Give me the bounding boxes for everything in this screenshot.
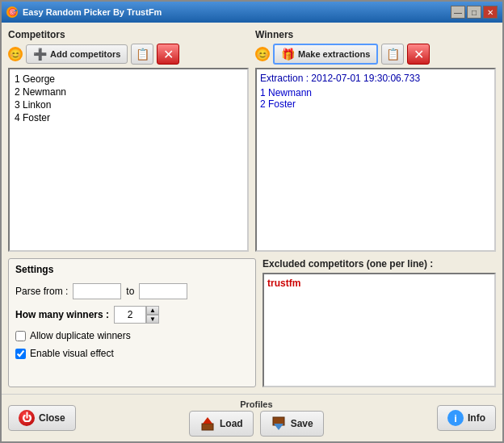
visual-effect-row: Enable visual effect — [15, 348, 249, 359]
excluded-box[interactable]: trustfm — [262, 273, 496, 387]
import-icon: 📋 — [136, 48, 149, 61]
winners-list[interactable]: Extraction : 2012-07-01 19:30:06.733 1 N… — [255, 68, 496, 252]
parse-to-input[interactable] — [139, 283, 187, 299]
app-icon: 🎯 — [6, 6, 18, 18]
load-icon — [200, 416, 216, 432]
spinner-buttons: ▲ ▼ — [146, 306, 159, 324]
title-bar-left: 🎯 Easy Random Picker By TrustFm — [6, 6, 162, 18]
extraction-header: Extraction : 2012-07-01 19:30:06.733 — [260, 73, 491, 84]
close-button[interactable]: ⏻ Close — [8, 405, 76, 431]
excluded-content: trustfm — [267, 278, 300, 289]
excluded-label: Excluded competitors (one per line) : — [262, 258, 496, 270]
competitors-smiley-icon: 😊 — [8, 47, 23, 61]
how-many-label: How many winners : — [15, 309, 109, 320]
winners-spinner: ▲ ▼ — [114, 306, 159, 324]
winners-label: Winners — [255, 29, 496, 40]
excluded-panel: Excluded competitors (one per line) : tr… — [262, 258, 496, 387]
info-icon: i — [447, 410, 464, 426]
list-item: 4 Foster — [13, 111, 244, 124]
add-competitors-button[interactable]: ➕ Add competitors — [26, 44, 128, 64]
window-title: Easy Random Picker By TrustFm — [23, 7, 162, 17]
list-item: 1 George — [13, 73, 244, 86]
parse-to-label: to — [126, 286, 134, 297]
clear-icon: ✕ — [163, 47, 174, 62]
parse-row: Parse from : to — [15, 283, 249, 299]
title-bar: 🎯 Easy Random Picker By TrustFm — □ ✕ — [2, 2, 502, 23]
winners-toolbar: 😊 🎁 Make extractions 📋 ✕ — [255, 44, 496, 65]
parse-from-input[interactable] — [73, 283, 121, 299]
competitors-panel: Competitors 😊 ➕ Add competitors 📋 ✕ 1 — [8, 29, 249, 252]
save-button[interactable]: Save — [260, 411, 324, 437]
info-button[interactable]: i Info — [437, 405, 496, 431]
settings-panel: Settings Parse from : to How many winner… — [8, 258, 256, 387]
list-item: 3 Linkon — [13, 98, 244, 111]
list-item: 2 Newmann — [13, 86, 244, 98]
allow-duplicates-row: Allow duplicate winners — [15, 330, 249, 341]
save-icon — [271, 416, 287, 432]
export-icon: 📋 — [386, 48, 400, 61]
competitors-list[interactable]: 1 George 2 Newmann 3 Linkon 4 Foster — [8, 68, 249, 252]
winners-panel: Winners 😊 🎁 Make extractions 📋 ✕ Ext — [255, 29, 496, 252]
parse-from-label: Parse from : — [15, 286, 68, 297]
footer-bar: ⏻ Close Profiles Load — [2, 394, 502, 441]
add-icon: ➕ — [33, 48, 47, 61]
profile-buttons: Load Save — [189, 411, 324, 437]
load-button[interactable]: Load — [189, 411, 254, 437]
visual-effect-label: Enable visual effect — [30, 348, 114, 359]
main-content: Competitors 😊 ➕ Add competitors 📋 ✕ 1 — [2, 23, 502, 394]
winners-smiley-icon: 😊 — [255, 47, 270, 61]
how-many-row: How many winners : ▲ ▼ — [15, 306, 249, 324]
spinner-down-button[interactable]: ▼ — [146, 315, 159, 324]
close-icon: ⏻ — [19, 410, 35, 426]
winners-count-input[interactable] — [114, 306, 146, 324]
allow-duplicates-checkbox[interactable] — [15, 331, 26, 341]
winner-item: 2 Foster — [260, 98, 491, 110]
svg-rect-0 — [202, 424, 213, 430]
main-window: 🎯 Easy Random Picker By TrustFm — □ ✕ Co… — [0, 0, 504, 443]
competitors-label: Competitors — [8, 29, 249, 40]
profiles-section: Profiles Load — [189, 399, 324, 437]
spinner-up-button[interactable]: ▲ — [146, 306, 159, 315]
svg-marker-1 — [203, 417, 212, 424]
clear-competitors-button[interactable]: ✕ — [157, 44, 179, 65]
profiles-label: Profiles — [240, 399, 272, 409]
clear-winners-button[interactable]: ✕ — [407, 44, 430, 65]
title-controls: — □ ✕ — [451, 6, 498, 19]
make-extractions-button[interactable]: 🎁 Make extractions — [273, 44, 378, 65]
maximize-button[interactable]: □ — [467, 6, 481, 19]
settings-label: Settings — [15, 264, 249, 275]
minimize-button[interactable]: — — [451, 6, 465, 19]
export-winners-button[interactable]: 📋 — [381, 44, 404, 65]
extract-icon: 🎁 — [281, 48, 295, 61]
bottom-section: Settings Parse from : to How many winner… — [8, 258, 496, 387]
import-competitors-button[interactable]: 📋 — [131, 44, 153, 65]
svg-marker-3 — [274, 424, 284, 430]
window-close-button[interactable]: ✕ — [483, 6, 498, 19]
competitors-toolbar: 😊 ➕ Add competitors 📋 ✕ — [8, 44, 249, 65]
visual-effect-checkbox[interactable] — [15, 349, 26, 359]
top-panels: Competitors 😊 ➕ Add competitors 📋 ✕ 1 — [8, 29, 496, 252]
allow-duplicates-label: Allow duplicate winners — [30, 330, 131, 341]
clear-winners-icon: ✕ — [414, 47, 424, 62]
winner-item: 1 Newmann — [260, 87, 491, 98]
